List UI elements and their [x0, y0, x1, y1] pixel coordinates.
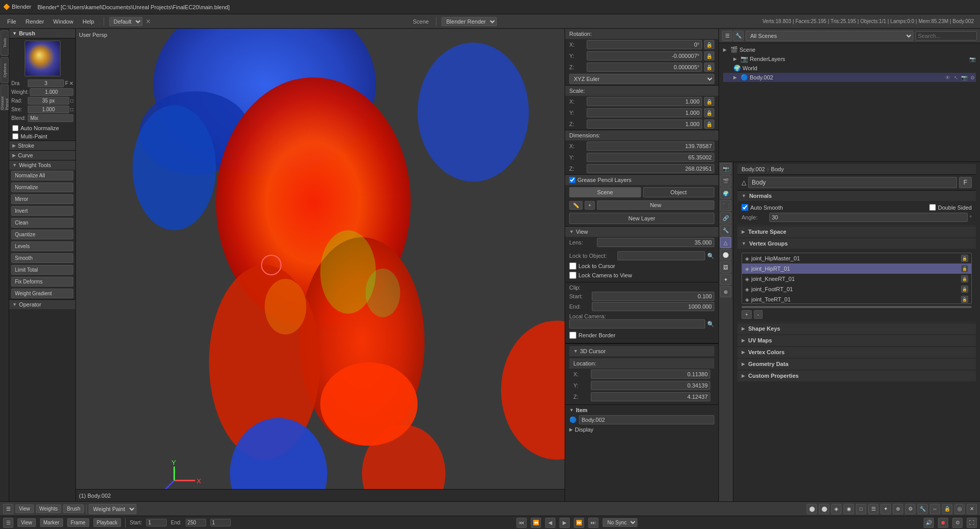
rotation-header[interactable]: Rotation: [565, 29, 718, 39]
dim-y-input[interactable] [587, 153, 714, 162]
playback-label[interactable]: Playback [93, 518, 122, 527]
auto-smooth-check[interactable] [742, 204, 748, 211]
props-render-icon[interactable]: 📷 [720, 163, 731, 174]
breadcrumb-item-2[interactable]: Body [771, 166, 784, 172]
sk-header[interactable]: ▶ Shape Keys [737, 323, 976, 334]
multi-paint-check[interactable] [12, 133, 18, 139]
outliner-view-icon[interactable]: ☰ [722, 31, 732, 41]
outliner-tool-icon[interactable]: 🔧 [733, 31, 744, 41]
tb-icon-6[interactable]: ☰ [868, 504, 878, 514]
gp-new-btn[interactable]: New [597, 200, 714, 210]
f-button[interactable]: F [959, 177, 972, 188]
tree-renderlayers[interactable]: ▶ 📷 RenderLayers 📷 [723, 54, 976, 64]
vg-lock-4[interactable]: 🔒 [961, 296, 968, 303]
scale-y-input[interactable] [587, 108, 702, 117]
view-header[interactable]: ▼ View [565, 227, 718, 237]
new-layer-btn[interactable]: New Layer [569, 213, 714, 224]
menu-file[interactable]: File [3, 17, 21, 26]
gp-header[interactable]: Grease Pencil Layers [565, 175, 718, 185]
strength-val[interactable]: 1.000 [28, 106, 69, 113]
vg-lock-3[interactable]: 🔒 [961, 286, 968, 293]
weights-btn[interactable]: Weights [36, 504, 62, 513]
tb-icon-2[interactable]: ⬤ [819, 504, 829, 514]
curve-section-header[interactable]: ▶ Curve [9, 150, 75, 160]
mode-num[interactable]: 3 [28, 79, 64, 87]
dimensions-header[interactable]: Dimensions: [565, 130, 718, 140]
item-name-input[interactable] [579, 415, 714, 424]
strength-icon[interactable]: □ [70, 107, 73, 112]
frame-label[interactable]: Frame [67, 518, 89, 527]
scale-z-input[interactable] [587, 119, 702, 129]
dim-z-input[interactable] [587, 164, 714, 173]
props-data-icon[interactable]: △ [720, 237, 731, 248]
props-physics-icon[interactable]: ⊕ [720, 286, 731, 297]
audio-icon[interactable]: 🔊 [924, 518, 934, 528]
body-render-icon[interactable]: 📷 [961, 75, 968, 80]
tb-icon-1[interactable]: ⬤ [807, 504, 817, 514]
vg-lock-1[interactable]: 🔒 [961, 265, 968, 272]
vg-item-2[interactable]: ◈ joint_KneeRT_01 🔒 [742, 274, 971, 284]
tb-icon-13[interactable]: ◎ [954, 504, 965, 514]
lens-input[interactable] [597, 238, 714, 247]
play-icon[interactable]: ▶ [559, 518, 570, 528]
vg-lock-0[interactable]: 🔒 [961, 255, 968, 262]
cursor-x-input[interactable] [591, 370, 710, 379]
normalize-all-btn[interactable]: Normalize All [11, 171, 73, 180]
rot-x-input[interactable] [587, 40, 702, 49]
operator-section-header[interactable]: ▼ Operator [9, 299, 75, 309]
local-camera-icon[interactable]: 🔍 [707, 321, 714, 328]
rot-x-lock[interactable]: 🔒 [704, 40, 714, 49]
invert-btn[interactable]: Invert [11, 206, 73, 216]
fix-deforms-btn[interactable]: Fix Deforms [11, 277, 73, 287]
gp-add-icon[interactable]: + [585, 201, 595, 210]
brush-btn[interactable]: Brush [63, 504, 84, 513]
rot-z-lock[interactable]: 🔒 [704, 63, 714, 72]
vg-header[interactable]: ▼ Vertex Groups [737, 238, 976, 249]
play-begin-icon[interactable]: ⏮ [516, 518, 527, 528]
normals-header[interactable]: ▼ Normals [737, 191, 976, 201]
clip-start-input[interactable] [592, 292, 714, 301]
texture-space-header[interactable]: ▶ Texture Space [737, 227, 976, 237]
data-name-input[interactable] [748, 177, 957, 188]
props-constraints-icon[interactable]: 🔗 [720, 212, 731, 223]
record-icon[interactable]: ⏺ [938, 518, 948, 528]
play-next-icon[interactable]: ⏩ [574, 518, 584, 528]
vg-item-0[interactable]: ◈ joint_HipMaster_01 🔒 [742, 253, 971, 263]
lock-object-icon[interactable]: 🔍 [707, 253, 714, 259]
vg-add-btn[interactable]: + [742, 310, 752, 319]
uv-header[interactable]: ▶ UV Maps [737, 335, 976, 345]
x-btn[interactable]: ✕ [69, 80, 73, 86]
radius-icon[interactable]: □ [70, 98, 73, 104]
toolbar-icon[interactable]: ☰ [3, 504, 13, 514]
clip-end-input[interactable] [592, 302, 714, 311]
tree-body002[interactable]: ▶ 🔵 Body.002 👁 ↖ 📷 ⚙ [723, 73, 976, 82]
props-material-icon[interactable]: ⚪ [720, 249, 731, 260]
props-object-icon[interactable]: ⬛ [720, 200, 731, 211]
scale-header[interactable]: Scale: [565, 86, 718, 96]
end-input[interactable] [186, 519, 206, 526]
scale-z-lock[interactable]: 🔒 [704, 119, 714, 129]
scale-x-input[interactable] [587, 97, 702, 106]
body-sel-icon[interactable]: ↖ [952, 75, 959, 80]
tb-icon-12[interactable]: 🔒 [942, 504, 952, 514]
viewport[interactable]: User Persp [76, 29, 565, 501]
dim-x-input[interactable] [587, 141, 714, 151]
gp-check[interactable] [569, 177, 575, 183]
play-prev-icon[interactable]: ⏪ [531, 518, 541, 528]
tb-icon-3[interactable]: ◈ [831, 504, 842, 514]
quantize-btn[interactable]: Quantize [11, 230, 73, 239]
scale-x-lock[interactable]: 🔒 [704, 97, 714, 106]
cursor-3d-header[interactable]: ▼ 3D Cursor [569, 346, 714, 356]
tab-grease[interactable]: Grease Pencil [1, 85, 9, 110]
tb-icon-8[interactable]: ⊕ [893, 504, 903, 514]
vg-scrollbar[interactable] [742, 306, 972, 308]
no-sync-select[interactable]: No Sync [603, 518, 637, 527]
menu-help[interactable]: Help [78, 17, 98, 26]
lock-object-input[interactable] [617, 251, 705, 260]
breadcrumb-item-1[interactable]: Body.002 [742, 166, 765, 172]
vg-item-3[interactable]: ◈ joint_FootRT_01 🔒 [742, 284, 971, 294]
clean-btn[interactable]: Clean [11, 218, 73, 228]
item-header[interactable]: ▼ Item [569, 407, 714, 413]
weight-gradient-btn[interactable]: Weight Gradient [11, 289, 73, 298]
outliner-search[interactable] [915, 31, 977, 40]
